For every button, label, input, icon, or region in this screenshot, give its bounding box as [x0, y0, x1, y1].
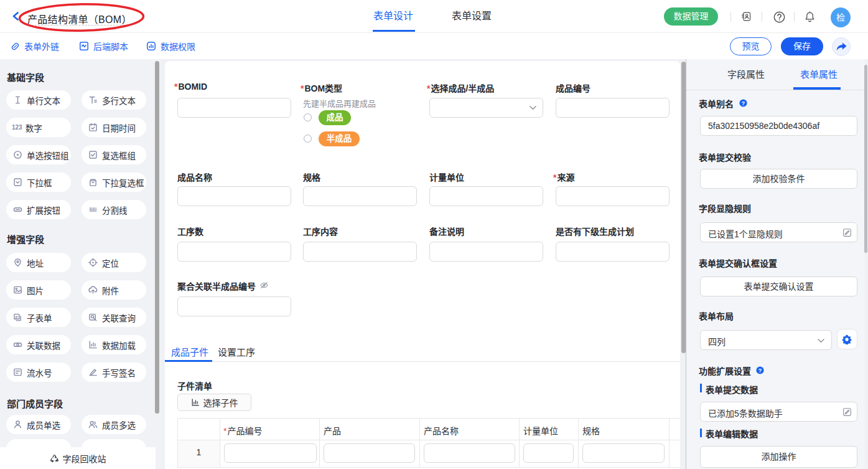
svg-text:?: ?: [758, 367, 762, 374]
svg-text:?: ?: [742, 100, 745, 107]
